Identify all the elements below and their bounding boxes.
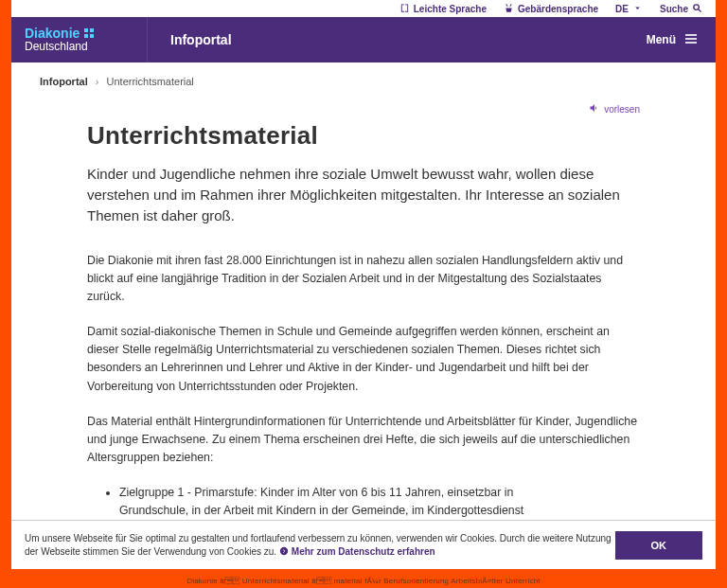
search-label: Suche [660,4,688,14]
cookie-banner: Um unsere Webseite für Sie optimal zu ge… [11,520,716,569]
gebaerdensprache-link[interactable]: Gebärdensprache [504,3,598,15]
brand-line1: Diakonie [25,27,80,41]
cookie-accept-button[interactable]: OK [615,531,703,560]
hands-icon [504,3,514,15]
site-header: Diakonie Deutschland Infoportal Menü [11,17,716,62]
cookie-text: Um unsere Webseite für Sie optimal zu ge… [25,532,615,558]
breadcrumb: Infoportal › Unterrichtsmaterial [40,76,640,87]
brand-cross-icon [83,27,95,39]
search-link[interactable]: Suche [660,3,702,15]
utility-bar: Leichte Sprache Gebärdensprache DE Suche [11,0,716,17]
body-paragraph-3: Das Material enthält Hintergrundinformat… [87,413,640,467]
svg-point-0 [694,4,700,9]
book-icon [399,3,410,15]
svg-rect-3 [90,28,94,32]
breadcrumb-separator: › [96,76,99,87]
svg-rect-5 [90,34,94,38]
page-title: Unterrichtsmaterial [87,121,640,151]
svg-rect-2 [84,28,88,32]
chevron-down-icon [632,3,643,15]
image-caption: Diakonie â Unterrichtsmaterial â mat… [0,577,727,585]
main-content: Infoportal › Unterrichtsmaterial vorlese… [11,62,716,569]
leichte-sprache-link[interactable]: Leichte Sprache [399,3,487,15]
list-item: Zielgruppe 1 - Primarstufe: Kinder im Al… [119,484,526,520]
brand-logo[interactable]: Diakonie Deutschland [11,17,148,62]
menu-label: Menü [647,33,676,46]
breadcrumb-current: Unterrichtsmaterial [107,76,194,87]
cookie-more-link[interactable]: Mehr zum Datenschutz erfahren [279,546,435,557]
cookie-more-label: Mehr zum Datenschutz erfahren [292,546,435,557]
arrow-right-circle-icon [279,546,289,556]
portal-title: Infoportal [148,17,647,62]
menu-button[interactable]: Menü [647,17,716,62]
svg-rect-4 [84,34,88,38]
body-paragraph-2: Damit sozial-diakonische Themen in Schul… [87,323,640,395]
leichte-sprache-label: Leichte Sprache [414,4,487,14]
read-aloud-label: vorlesen [604,104,640,115]
lead-paragraph: Kinder und Jugendliche nehmen ihre sozia… [87,164,640,225]
brand-line2: Deutschland [25,41,147,53]
read-aloud-button[interactable]: vorlesen [589,102,640,116]
body-paragraph-1: Die Diakonie mit ihren fast 28.000 Einri… [87,252,640,306]
svg-point-9 [280,546,288,554]
breadcrumb-root[interactable]: Infoportal [40,76,88,87]
search-icon [692,3,702,15]
hamburger-icon [683,31,699,49]
language-label: DE [615,4,629,14]
svg-line-1 [699,9,701,11]
language-selector[interactable]: DE [615,3,643,15]
speaker-icon [589,102,600,116]
gebaerdensprache-label: Gebärdensprache [518,4,598,14]
